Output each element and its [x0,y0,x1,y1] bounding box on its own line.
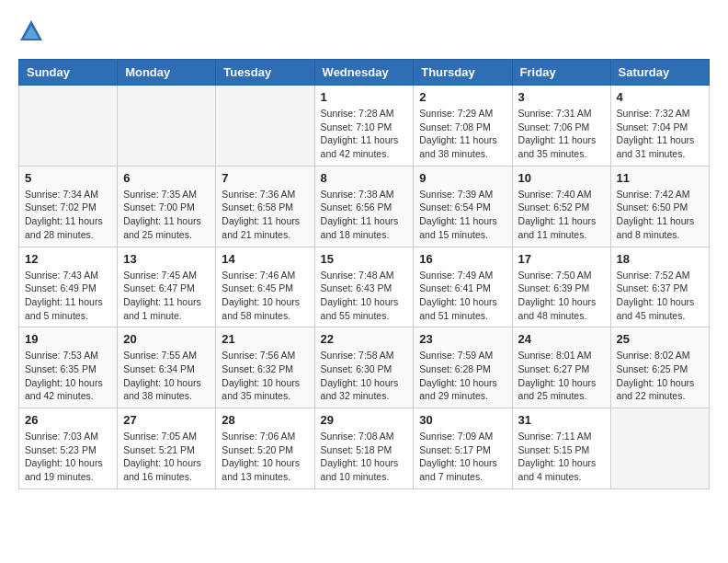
day-number: 19 [25,332,111,346]
day-info: Sunrise: 7:28 AM Sunset: 7:10 PM Dayligh… [321,107,408,161]
day-number: 2 [419,90,506,104]
calendar-table: SundayMondayTuesdayWednesdayThursdayFrid… [18,59,710,489]
day-number: 15 [321,252,408,266]
day-number: 23 [419,332,506,346]
day-number: 14 [222,252,308,266]
day-info: Sunrise: 7:38 AM Sunset: 6:56 PM Dayligh… [321,188,408,242]
weekday-header: Saturday [610,60,709,86]
weekday-header: Thursday [414,60,512,86]
calendar-day-cell: 4Sunrise: 7:32 AM Sunset: 7:04 PM Daylig… [610,86,709,167]
calendar-day-cell: 1Sunrise: 7:28 AM Sunset: 7:10 PM Daylig… [314,86,414,167]
day-number: 17 [518,252,605,266]
day-number: 22 [321,332,408,346]
day-number: 21 [222,332,308,346]
calendar-day-cell [19,86,118,167]
day-info: Sunrise: 7:49 AM Sunset: 6:41 PM Dayligh… [419,269,506,323]
day-info: Sunrise: 8:02 AM Sunset: 6:25 PM Dayligh… [617,349,703,403]
calendar-day-cell: 6Sunrise: 7:35 AM Sunset: 7:00 PM Daylig… [118,166,216,247]
day-number: 12 [25,252,111,266]
day-number: 29 [321,413,408,427]
day-info: Sunrise: 7:11 AM Sunset: 5:15 PM Dayligh… [518,430,605,484]
day-number: 6 [123,171,210,185]
day-info: Sunrise: 7:35 AM Sunset: 7:00 PM Dayligh… [123,188,210,242]
calendar-day-cell: 28Sunrise: 7:06 AM Sunset: 5:20 PM Dayli… [216,408,314,489]
day-info: Sunrise: 7:46 AM Sunset: 6:45 PM Dayligh… [222,269,308,323]
calendar-day-cell: 21Sunrise: 7:56 AM Sunset: 6:32 PM Dayli… [216,327,314,408]
calendar-day-cell: 23Sunrise: 7:59 AM Sunset: 6:28 PM Dayli… [414,327,512,408]
calendar-day-cell: 27Sunrise: 7:05 AM Sunset: 5:21 PM Dayli… [118,408,216,489]
calendar-day-cell: 16Sunrise: 7:49 AM Sunset: 6:41 PM Dayli… [414,247,512,327]
day-info: Sunrise: 7:34 AM Sunset: 7:02 PM Dayligh… [25,188,111,242]
day-number: 25 [617,332,703,346]
calendar-day-cell: 29Sunrise: 7:08 AM Sunset: 5:18 PM Dayli… [314,408,414,489]
calendar-week-row: 1Sunrise: 7:28 AM Sunset: 7:10 PM Daylig… [19,86,710,167]
day-info: Sunrise: 7:39 AM Sunset: 6:54 PM Dayligh… [419,188,506,242]
calendar-day-cell: 30Sunrise: 7:09 AM Sunset: 5:17 PM Dayli… [414,408,512,489]
day-number: 1 [321,90,408,104]
weekday-header: Sunday [19,60,118,86]
day-info: Sunrise: 7:31 AM Sunset: 7:06 PM Dayligh… [518,107,605,161]
weekday-header: Tuesday [216,60,314,86]
calendar-day-cell: 9Sunrise: 7:39 AM Sunset: 6:54 PM Daylig… [414,166,512,247]
day-number: 10 [518,171,605,185]
day-number: 20 [123,332,210,346]
calendar-day-cell: 13Sunrise: 7:45 AM Sunset: 6:47 PM Dayli… [118,247,216,327]
day-number: 30 [419,413,506,427]
calendar-day-cell: 14Sunrise: 7:46 AM Sunset: 6:45 PM Dayli… [216,247,314,327]
day-number: 18 [617,252,703,266]
day-number: 27 [123,413,210,427]
day-info: Sunrise: 7:48 AM Sunset: 6:43 PM Dayligh… [321,269,408,323]
calendar-day-cell [216,86,314,167]
calendar-day-cell: 15Sunrise: 7:48 AM Sunset: 6:43 PM Dayli… [314,247,414,327]
calendar-day-cell: 7Sunrise: 7:36 AM Sunset: 6:58 PM Daylig… [216,166,314,247]
logo-icon [18,18,44,44]
day-number: 8 [321,171,408,185]
day-info: Sunrise: 7:52 AM Sunset: 6:37 PM Dayligh… [617,269,703,323]
calendar-week-row: 26Sunrise: 7:03 AM Sunset: 5:23 PM Dayli… [19,408,710,489]
calendar-week-row: 12Sunrise: 7:43 AM Sunset: 6:49 PM Dayli… [19,247,710,327]
day-info: Sunrise: 7:53 AM Sunset: 6:35 PM Dayligh… [25,349,111,403]
day-info: Sunrise: 7:45 AM Sunset: 6:47 PM Dayligh… [123,269,210,323]
day-info: Sunrise: 7:32 AM Sunset: 7:04 PM Dayligh… [617,107,703,161]
calendar-day-cell: 31Sunrise: 7:11 AM Sunset: 5:15 PM Dayli… [512,408,610,489]
calendar-day-cell: 22Sunrise: 7:58 AM Sunset: 6:30 PM Dayli… [314,327,414,408]
logo [18,18,48,44]
day-info: Sunrise: 7:08 AM Sunset: 5:18 PM Dayligh… [321,430,408,484]
day-info: Sunrise: 7:56 AM Sunset: 6:32 PM Dayligh… [222,349,308,403]
weekday-header: Friday [512,60,610,86]
calendar-day-cell: 26Sunrise: 7:03 AM Sunset: 5:23 PM Dayli… [19,408,118,489]
day-number: 5 [25,171,111,185]
day-info: Sunrise: 7:55 AM Sunset: 6:34 PM Dayligh… [123,349,210,403]
day-number: 7 [222,171,308,185]
day-number: 24 [518,332,605,346]
calendar-day-cell: 25Sunrise: 8:02 AM Sunset: 6:25 PM Dayli… [610,327,709,408]
calendar-day-cell: 18Sunrise: 7:52 AM Sunset: 6:37 PM Dayli… [610,247,709,327]
day-info: Sunrise: 7:29 AM Sunset: 7:08 PM Dayligh… [419,107,506,161]
calendar-week-row: 5Sunrise: 7:34 AM Sunset: 7:02 PM Daylig… [19,166,710,247]
calendar-day-cell: 12Sunrise: 7:43 AM Sunset: 6:49 PM Dayli… [19,247,118,327]
day-number: 13 [123,252,210,266]
calendar-header-row: SundayMondayTuesdayWednesdayThursdayFrid… [19,60,710,86]
calendar-day-cell [118,86,216,167]
day-info: Sunrise: 7:42 AM Sunset: 6:50 PM Dayligh… [617,188,703,242]
calendar-day-cell: 19Sunrise: 7:53 AM Sunset: 6:35 PM Dayli… [19,327,118,408]
calendar-week-row: 19Sunrise: 7:53 AM Sunset: 6:35 PM Dayli… [19,327,710,408]
weekday-header: Monday [118,60,216,86]
day-number: 16 [419,252,506,266]
day-info: Sunrise: 7:36 AM Sunset: 6:58 PM Dayligh… [222,188,308,242]
day-info: Sunrise: 7:06 AM Sunset: 5:20 PM Dayligh… [222,430,308,484]
day-info: Sunrise: 7:58 AM Sunset: 6:30 PM Dayligh… [321,349,408,403]
calendar-day-cell: 24Sunrise: 8:01 AM Sunset: 6:27 PM Dayli… [512,327,610,408]
day-number: 31 [518,413,605,427]
day-info: Sunrise: 7:50 AM Sunset: 6:39 PM Dayligh… [518,269,605,323]
day-number: 9 [419,171,506,185]
day-number: 3 [518,90,605,104]
day-info: Sunrise: 7:09 AM Sunset: 5:17 PM Dayligh… [419,430,506,484]
calendar-day-cell: 20Sunrise: 7:55 AM Sunset: 6:34 PM Dayli… [118,327,216,408]
page-header [18,18,710,44]
calendar-day-cell: 3Sunrise: 7:31 AM Sunset: 7:06 PM Daylig… [512,86,610,167]
day-info: Sunrise: 7:05 AM Sunset: 5:21 PM Dayligh… [123,430,210,484]
day-info: Sunrise: 7:03 AM Sunset: 5:23 PM Dayligh… [25,430,111,484]
day-number: 11 [617,171,703,185]
calendar-day-cell: 10Sunrise: 7:40 AM Sunset: 6:52 PM Dayli… [512,166,610,247]
